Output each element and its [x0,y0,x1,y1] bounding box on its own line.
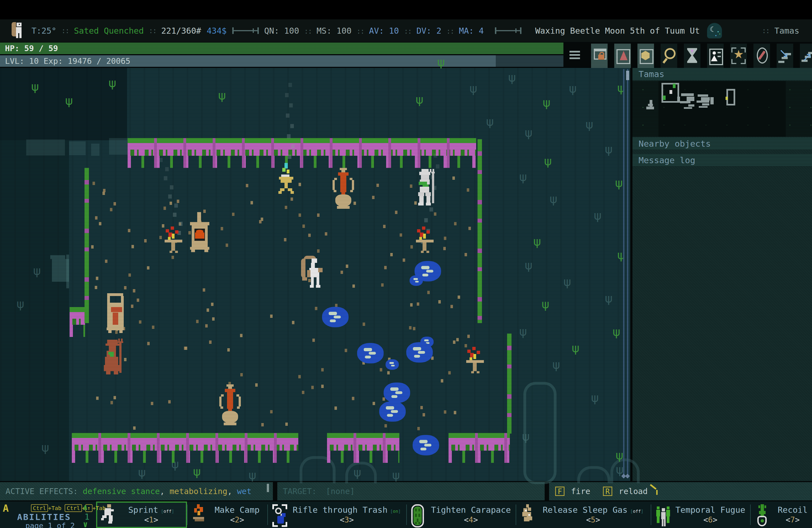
minimap-feature [701,97,710,101]
floor-speck [441,379,443,382]
floor-speck [450,305,453,308]
compass-icon[interactable] [753,44,770,68]
ability-text: Release Sleep Gas [off]<5> [536,505,651,524]
page-up-chevron[interactable]: ∧ [83,503,88,511]
ghost-grass-tuft: ψ [353,467,361,478]
stat-qn: QN: 100 [264,26,299,35]
floor-speck [311,386,314,389]
floor-speck [207,308,209,312]
blob-sprite [406,342,433,363]
floor-speck [163,207,166,210]
ghost-grass-tuft: ψ [392,469,400,481]
floor-speck [335,304,337,307]
abilities-hotkey-hint: A [3,503,9,514]
floor-speck [383,225,386,228]
grass-tuft: ψ [533,236,541,247]
brazier-sprite [276,163,296,204]
nest-icon[interactable] [637,44,654,68]
wall-segment [507,334,511,434]
blob-small-sprite [386,359,399,370]
wall-segment [478,139,482,323]
wall-segment [72,433,298,451]
floor-speck [261,423,264,426]
ability-slot-temporal-fugue[interactable]: Temporal Fugue<6> [651,501,750,528]
floor-speck [128,229,130,232]
floor-speck [209,340,212,344]
effects-scroll-indicator [267,484,269,492]
smoke-dash [430,207,433,211]
torch-sprite [466,347,484,375]
separator: :: [404,27,411,35]
map-scrollbar-thumb[interactable] [626,71,629,80]
minimap-feature [646,107,654,109]
floor-speck [413,327,416,330]
locked-journal-icon[interactable] [591,44,608,68]
reputation-icon[interactable]: ★ [730,44,747,68]
ability-slot-sprint[interactable]: Sprint [off]<1> [96,501,187,528]
grass-tuft: ψ [193,466,201,478]
smoke-dash [289,103,293,107]
minimap-feature [648,104,653,106]
floor-speck [454,222,456,225]
ghost-grass-tuft: ψ [591,392,599,404]
search-icon[interactable] [661,44,677,68]
minimap-feature [688,104,694,107]
combat-stats: QN: 100::MS: 100::AV: 10::DV: 2::MA: 4 [264,26,484,35]
floor-speck [423,413,425,416]
floor-speck [345,349,347,352]
ability-text: Make Camp<2> [207,505,267,524]
floor-speck [444,410,446,414]
hunger-thirst-status: Sated Quenched [74,26,144,35]
minimap-feature [710,97,714,104]
floor-speck [285,423,288,426]
travel-pointer-icon[interactable] [614,44,631,68]
temporal-fugue-icon [655,503,671,527]
floor-speck [302,391,304,394]
floor-speck [292,321,294,324]
abilities-title: ABILITIES [17,512,71,522]
wait-icon[interactable] [684,44,700,68]
cursor-glyph-tick [656,490,657,495]
ability-slot-tighten-carapace[interactable]: Tighten Carapace<4> [407,501,516,528]
farmer-sprite [102,339,127,376]
sleep-gas-icon-sprite [521,504,534,524]
floor-speck [170,202,172,205]
stairs-down-icon[interactable]: ↘ [777,44,793,68]
recoil-icon [755,503,770,527]
character-sheet-icon[interactable] [707,44,724,68]
fire-key: F [555,487,565,496]
page-down-chevron[interactable]: ∨ [83,520,88,528]
effect-metabolizing: metabolizing [170,487,228,496]
ability-slot-recoil[interactable]: Recoil<7> [751,501,812,528]
sidebar-header-message-log[interactable]: Message log [633,154,812,166]
floor-speck [410,303,412,307]
floor-speck [221,227,223,230]
grass-tuft: ψ [31,81,39,92]
floor-speck [325,232,327,236]
menu-icon[interactable] [569,51,581,60]
status-quenched: Quenched [99,26,144,35]
ghost-grass-tuft: ψ [550,193,557,205]
floor-speck [456,338,459,341]
grass-tuft: ψ [541,298,549,310]
floor-speck [96,397,99,400]
ability-slot-release-sleep-gas[interactable]: Release Sleep Gas [off]<5> [516,501,651,528]
floor-speck [385,424,387,427]
abilities-page-label: page 1 of 2 [25,522,75,528]
sidebar-header-player[interactable]: Tamas [633,68,812,80]
ability-slot-make-camp[interactable]: Make Camp<2> [188,501,267,528]
sidebar-header-nearby-objects[interactable]: Nearby objects [633,137,812,150]
separator: :: [304,27,311,35]
floor-speck [438,300,441,304]
ghost-grass-tuft: ψ [138,467,146,478]
floor-speck [468,227,471,230]
floor-speck [240,373,243,377]
floor-speck [99,222,101,225]
floor-speck [151,402,153,405]
reload-label: reload [619,487,648,496]
floor-speck [302,224,305,228]
stairs-up-icon[interactable]: ↗ [800,44,812,68]
ghost-grass-tuft: ψ [563,276,571,288]
ability-slot-rifle-through-trash[interactable]: Rifle through Trash [on]<3> [268,501,406,528]
page-cycle-keys: Ctrl+Tab Ctrl+↑+Tab [31,504,106,512]
